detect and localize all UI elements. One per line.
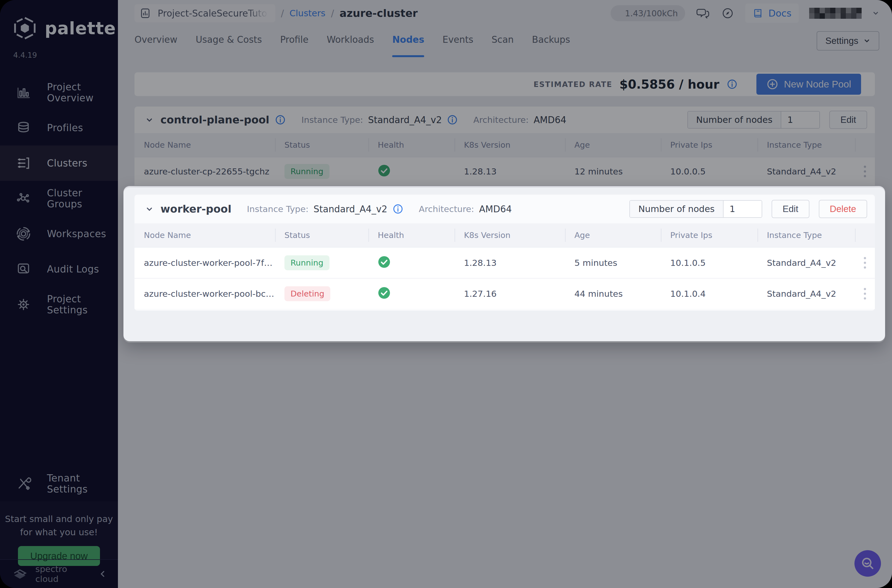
breadcrumb-cluster-name: azure-cluster bbox=[340, 7, 418, 20]
col-private-ips: Private Ips bbox=[661, 140, 757, 150]
compass-icon[interactable] bbox=[721, 6, 735, 20]
worker-pool-card: worker-pool Instance Type: Standard_A4_v… bbox=[135, 195, 875, 310]
table-header-row: Node Name Status Health K8s Version Age … bbox=[135, 133, 875, 157]
health-check-icon bbox=[378, 256, 390, 268]
spectro-cloud-logo-icon bbox=[11, 565, 29, 583]
top-bar: Project-ScaleSecureTutoria / Clusters / … bbox=[118, 0, 892, 27]
collapse-sidebar-icon[interactable] bbox=[99, 570, 107, 578]
table-row: azure-cluster-cp-22655-tgchz Running 1.2… bbox=[135, 157, 875, 186]
health-check-icon bbox=[378, 286, 390, 299]
row-menu-kebab-icon[interactable] bbox=[859, 285, 871, 302]
architecture-value: AMD64 bbox=[533, 115, 566, 125]
sidebar-item-clusters[interactable]: Clusters bbox=[0, 146, 118, 181]
cluster-settings-button[interactable]: Settings bbox=[817, 31, 879, 51]
col-status: Status bbox=[275, 140, 368, 150]
tab-workloads[interactable]: Workloads bbox=[327, 34, 374, 48]
col-node-name: Node Name bbox=[135, 140, 275, 150]
docs-button[interactable]: Docs bbox=[745, 4, 799, 23]
magnifier-smile-icon bbox=[860, 556, 875, 571]
sidebar-item-project-overview[interactable]: Project Overview bbox=[0, 75, 118, 110]
pool-name: worker-pool bbox=[161, 203, 231, 215]
row-menu-kebab-icon[interactable] bbox=[859, 163, 871, 180]
architecture-value: AMD64 bbox=[479, 204, 512, 214]
doc-search-icon bbox=[15, 261, 32, 277]
upgrade-promo: Start small and only pay for what you us… bbox=[0, 501, 118, 559]
collapse-pool-icon[interactable] bbox=[144, 204, 155, 214]
promo-line-1: Start small and only pay bbox=[0, 512, 118, 526]
nodes-table: Node Name Status Health K8s Version Age … bbox=[135, 133, 875, 186]
node-name: azure-cluster-worker-pool-bc… bbox=[135, 289, 275, 299]
server-list-icon bbox=[15, 155, 32, 171]
brand-name: palette bbox=[45, 18, 116, 38]
delete-pool-button[interactable]: Delete bbox=[819, 200, 867, 218]
sidebar-item-label: Project Overview bbox=[47, 81, 118, 104]
main-area: Project-ScaleSecureTutoria / Clusters / … bbox=[118, 0, 892, 588]
node-age: 44 minutes bbox=[565, 289, 661, 299]
sidebar-item-label: Tenant Settings bbox=[47, 472, 118, 495]
pool-header: worker-pool Instance Type: Standard_A4_v… bbox=[135, 195, 875, 224]
tab-usage-costs[interactable]: Usage & Costs bbox=[195, 34, 262, 48]
instance-type-label: Instance Type: bbox=[247, 204, 308, 214]
sidebar-item-profiles[interactable]: Profiles bbox=[0, 110, 118, 146]
sidebar: palette 4.4.19 Project Overview Profiles bbox=[0, 0, 118, 588]
tab-backups[interactable]: Backups bbox=[532, 34, 570, 48]
breadcrumb-clusters-link[interactable]: Clusters bbox=[290, 8, 325, 18]
node-age: 12 minutes bbox=[565, 166, 661, 176]
sidebar-item-workspaces[interactable]: Workspaces bbox=[0, 216, 118, 252]
number-of-nodes-control: Number of nodes bbox=[629, 200, 762, 218]
tab-scan[interactable]: Scan bbox=[491, 34, 514, 48]
health-check-icon bbox=[378, 164, 390, 177]
sidebar-item-tenant-settings[interactable]: Tenant Settings bbox=[0, 466, 118, 501]
sidebar-item-label: Cluster Groups bbox=[47, 188, 118, 210]
tab-nodes[interactable]: Nodes bbox=[392, 34, 424, 48]
info-icon[interactable] bbox=[727, 79, 737, 90]
node-name: azure-cluster-cp-22655-tgchz bbox=[135, 166, 275, 176]
row-menu-kebab-icon[interactable] bbox=[859, 254, 871, 272]
chat-icon[interactable] bbox=[696, 6, 710, 20]
redacted-username[interactable] bbox=[809, 8, 862, 19]
edit-pool-button[interactable]: Edit bbox=[772, 200, 809, 218]
project-icon bbox=[139, 7, 152, 20]
number-of-nodes-input[interactable] bbox=[723, 201, 762, 217]
tab-profile[interactable]: Profile bbox=[280, 34, 308, 48]
tab-events[interactable]: Events bbox=[442, 34, 473, 48]
docs-label: Docs bbox=[769, 8, 791, 19]
sidebar-item-project-settings[interactable]: Project Settings bbox=[0, 287, 118, 322]
promo-line-2: for what you use! bbox=[0, 526, 118, 539]
book-icon bbox=[752, 8, 764, 19]
number-of-nodes-label: Number of nodes bbox=[688, 111, 781, 128]
info-icon[interactable] bbox=[392, 204, 404, 214]
col-k8s-version: K8s Version bbox=[455, 231, 565, 240]
private-ip: 10.1.0.5 bbox=[661, 258, 757, 268]
nodes-content: ESTIMATED RATE $0.5856 / hour New Node P… bbox=[118, 55, 892, 588]
col-instance-type: Instance Type bbox=[757, 140, 855, 150]
orbit-icon bbox=[15, 226, 32, 242]
info-icon[interactable] bbox=[447, 114, 458, 125]
number-of-nodes-label: Number of nodes bbox=[630, 201, 723, 217]
settings-label: Settings bbox=[826, 36, 858, 46]
sidebar-item-cluster-groups[interactable]: Cluster Groups bbox=[0, 181, 118, 216]
edit-pool-button[interactable]: Edit bbox=[829, 111, 867, 129]
instance-type: Standard_A4_v2 bbox=[757, 289, 855, 299]
footer-brand: spectro cloud bbox=[35, 564, 92, 584]
sidebar-item-audit-logs[interactable]: Audit Logs bbox=[0, 252, 118, 287]
pool-header: control-plane-pool Instance Type: Standa… bbox=[135, 106, 875, 133]
architecture-label: Architecture: bbox=[419, 204, 474, 214]
number-of-nodes-input[interactable] bbox=[781, 111, 819, 128]
sidebar-item-label: Project Settings bbox=[47, 294, 118, 315]
k8s-version: 1.28.13 bbox=[455, 166, 565, 176]
new-node-pool-button[interactable]: New Node Pool bbox=[757, 74, 861, 94]
col-age: Age bbox=[565, 140, 661, 150]
col-age: Age bbox=[565, 231, 661, 240]
bar-chart-icon bbox=[15, 84, 32, 100]
k8s-version: 1.27.16 bbox=[455, 289, 565, 299]
sidebar-item-label: Clusters bbox=[47, 158, 87, 169]
breadcrumb-project[interactable]: Project-ScaleSecureTutoria bbox=[158, 8, 268, 19]
tab-overview[interactable]: Overview bbox=[135, 34, 177, 48]
search-help-fab[interactable] bbox=[854, 550, 881, 577]
info-icon[interactable] bbox=[275, 114, 286, 125]
collapse-pool-icon[interactable] bbox=[144, 115, 155, 125]
user-menu-chevron-icon[interactable] bbox=[872, 10, 879, 17]
col-node-name: Node Name bbox=[135, 231, 275, 240]
sidebar-item-label: Audit Logs bbox=[47, 264, 99, 274]
